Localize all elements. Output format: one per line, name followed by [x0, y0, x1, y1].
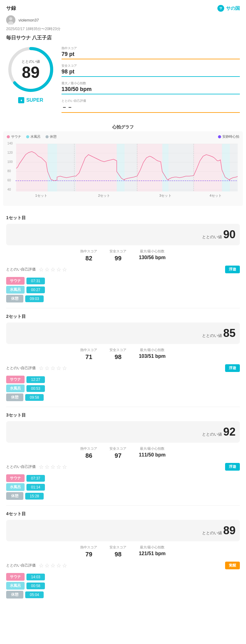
star-5[interactable]: ☆ — [62, 266, 67, 273]
activity-row: サウナ 07:31 — [6, 277, 240, 285]
star-rating[interactable]: ☆ ☆ ☆ ☆ ☆ — [39, 464, 67, 470]
svg-rect-21 — [76, 144, 117, 192]
activity-row: 水風呂 00:53 — [6, 385, 240, 392]
activity-time: 00:58 — [26, 583, 45, 589]
activity-time: 00:27 — [26, 286, 45, 293]
datetime: 2025/02/17 18時35分〜20時23分 — [0, 26, 246, 34]
star-1[interactable]: ☆ — [39, 562, 44, 569]
safety-score-label: 安全スコア — [109, 348, 126, 352]
activity-row: 水風呂 00:58 — [6, 582, 240, 590]
svg-rect-23 — [125, 144, 137, 192]
activity-time: 09:58 — [25, 394, 44, 401]
heat-score-label: 熱中スコア — [80, 249, 97, 254]
brand-logo: サ サの国 — [217, 5, 240, 12]
star-1[interactable]: ☆ — [39, 365, 44, 372]
activity-tags: サウナ 07:31 水風呂 00:27 休憩 09:03 — [6, 277, 240, 302]
safety-score-label: 安全スコア — [109, 249, 126, 254]
status-badge: 浮遊 — [225, 463, 240, 471]
activity-time: 14:03 — [26, 574, 45, 580]
totoi-card: ととのい値 92 — [6, 421, 240, 443]
activity-name-rest: 休憩 — [6, 393, 23, 401]
totoi-card-number: 89 — [223, 524, 236, 537]
star-4[interactable]: ☆ — [56, 266, 61, 273]
star-1[interactable]: ☆ — [39, 266, 44, 273]
legend-resting-hr: 安静時心拍 — [218, 134, 239, 139]
score-details: 熱中スコア 79 pt 安全スコア 98 pt 最大／最小心拍数 130/50 … — [62, 45, 240, 117]
star-rating[interactable]: ☆ ☆ ☆ ☆ ☆ — [39, 266, 67, 273]
activity-name-sauna: サウナ — [6, 277, 25, 285]
totoi-card: ととのい値 89 — [6, 520, 240, 541]
sauna-dot — [7, 135, 10, 138]
svg-rect-27 — [194, 144, 222, 192]
heat-score-value: 86 — [80, 452, 97, 459]
set-2: 2セット目 ととのい値 85 熱中スコア 71 安全スコア 98 最大/最小心拍… — [0, 311, 246, 404]
star-4[interactable]: ☆ — [56, 464, 61, 470]
star-2[interactable]: ☆ — [45, 365, 50, 372]
hr-label: 最大/最小心拍数 — [139, 249, 165, 254]
activity-name-sauna: サウナ — [6, 474, 25, 482]
svg-text:2セット: 2セット — [98, 194, 110, 197]
scores-row: 熱中スコア 86 安全スコア 97 最大/最小心拍数 111/50 bpm — [6, 446, 240, 459]
legend-water-label: 水風呂 — [30, 134, 41, 139]
star-3[interactable]: ☆ — [50, 266, 55, 273]
activity-row: サウナ 14:03 — [6, 573, 240, 581]
svg-rect-25 — [162, 144, 169, 192]
star-2[interactable]: ☆ — [45, 266, 50, 273]
score-item-hr: 最大／最小心拍数 130/50 bpm — [62, 81, 240, 94]
heat-score-col: 熱中スコア 82 — [80, 249, 97, 262]
star-1[interactable]: ☆ — [39, 464, 44, 470]
set-title: 1セット目 — [6, 215, 240, 221]
star-3[interactable]: ☆ — [50, 562, 55, 569]
legend-sauna: サウナ — [7, 134, 21, 139]
safety-score-label: 安全スコア — [109, 545, 126, 550]
safety-score-value: 99 — [109, 255, 126, 262]
activity-name-water: 水風呂 — [6, 385, 25, 392]
activity-time: 15:28 — [25, 493, 44, 500]
main-score-area: ととのい値 89 ♦ SUPER 熱中スコア 79 pt 安全スコア 98 pt… — [0, 45, 246, 122]
hr-label: 最大/最小心拍数 — [139, 545, 165, 550]
heat-score-label: 熱中スコア — [80, 446, 97, 451]
safety-score-col: 安全スコア 98 — [109, 348, 126, 361]
star-2[interactable]: ☆ — [45, 464, 50, 470]
svg-text:120: 120 — [7, 151, 13, 154]
heat-score-value: 79 — [80, 551, 97, 558]
activity-row: サウナ 07:37 — [6, 474, 240, 482]
heat-score-col: 熱中スコア 79 — [80, 545, 97, 558]
activity-time: 07:37 — [26, 475, 45, 482]
activity-row: 休憩 09:58 — [6, 393, 240, 401]
score-label-heat: 熱中スコア — [62, 46, 240, 50]
safety-score-col: 安全スコア 99 — [109, 249, 126, 262]
circle-score: ととのい値 89 — [6, 45, 55, 94]
self-eval-row: ととのい自己評価 ☆ ☆ ☆ ☆ ☆ 浮遊 — [6, 266, 240, 273]
activity-time: 05:04 — [25, 591, 44, 598]
star-4[interactable]: ☆ — [56, 365, 61, 372]
star-rating[interactable]: ☆ ☆ ☆ ☆ ☆ — [39, 562, 67, 569]
activity-tags: サウナ 14:03 水風呂 00:58 休憩 05:04 — [6, 573, 240, 599]
star-5[interactable]: ☆ — [62, 562, 67, 569]
heat-score-label: 熱中スコア — [80, 545, 97, 550]
score-label-hr: 最大／最小心拍数 — [62, 81, 240, 85]
activity-row: 休憩 15:28 — [6, 492, 240, 500]
star-5[interactable]: ☆ — [62, 464, 67, 470]
star-3[interactable]: ☆ — [50, 365, 55, 372]
self-eval-label: ととのい自己評価 — [6, 464, 36, 469]
logo-icon: サ — [217, 5, 224, 12]
username: violemon37 — [18, 18, 39, 22]
star-4[interactable]: ☆ — [56, 562, 61, 569]
activity-name-water: 水風呂 — [6, 286, 25, 294]
self-eval-label: ととのい自己評価 — [6, 267, 36, 272]
svg-rect-18 — [16, 144, 48, 192]
legend-rest: 休憩 — [46, 134, 57, 139]
score-value-hr: 130/50 bpm — [62, 86, 240, 93]
legend-water: 水風呂 — [26, 134, 41, 139]
heat-score-col: 熱中スコア 71 — [80, 348, 97, 361]
star-5[interactable]: ☆ — [62, 365, 67, 372]
star-3[interactable]: ☆ — [50, 464, 55, 470]
star-rating[interactable]: ☆ ☆ ☆ ☆ ☆ — [39, 365, 67, 372]
svg-rect-22 — [117, 144, 125, 192]
legend-sauna-label: サウナ — [11, 134, 21, 139]
super-label: SUPER — [26, 97, 43, 103]
star-2[interactable]: ☆ — [45, 562, 50, 569]
chart-svg-container: 140 120 100 80 60 40 — [7, 141, 239, 203]
svg-rect-19 — [48, 144, 57, 192]
